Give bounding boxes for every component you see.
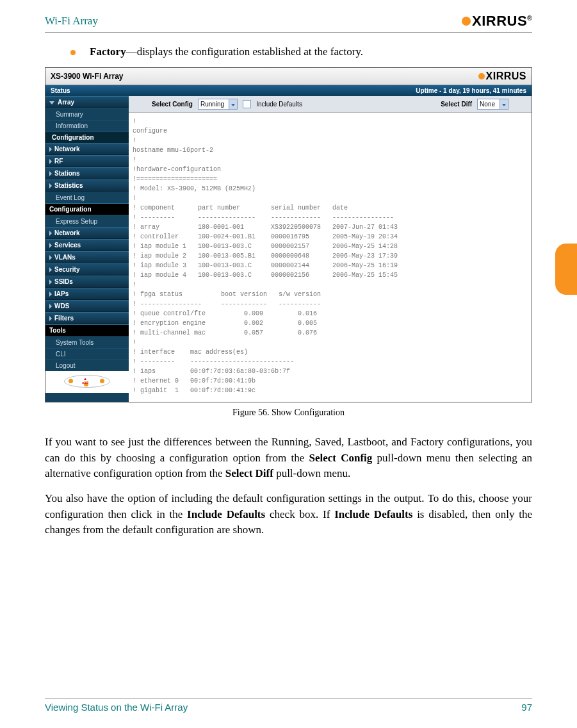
- sidebar-express-setup[interactable]: Express Setup: [45, 215, 129, 227]
- screenshot-figure: XS-3900 Wi-Fi Array XIRRUS Status Uptime…: [45, 67, 532, 402]
- bullet-content: Factory—displays the configuration estab…: [90, 46, 363, 58]
- sidebar-cli[interactable]: CLI: [45, 348, 129, 360]
- config-output: ! configure ! hostname mmu-16port-2 ! !h…: [129, 113, 532, 402]
- logo-text-mini: XIRRUS: [486, 70, 526, 82]
- main-panel: Select Config Running Include Defaults S…: [129, 96, 532, 402]
- titlebar-logo: XIRRUS: [478, 70, 526, 82]
- logo-dot-icon: [478, 73, 485, 79]
- sidebar-network[interactable]: Network: [45, 143, 129, 155]
- select-config-label: Select Config: [152, 101, 193, 108]
- sidebar-logout[interactable]: Logout: [45, 360, 129, 371]
- logo-text: XIRRUS®: [472, 13, 532, 29]
- sidebar-statistics[interactable]: Statistics: [45, 179, 129, 192]
- sidebar-event-log[interactable]: Event Log: [45, 192, 129, 203]
- bullet-rest: —displays the configuration established …: [126, 46, 363, 58]
- sidebar-configuration[interactable]: Configuration: [45, 131, 129, 143]
- header-left-text: Wi-Fi Array: [45, 15, 98, 28]
- select-diff-label: Select Diff: [441, 101, 472, 108]
- logo-dot-icon: [462, 17, 471, 26]
- body-paragraph-1: If you want to see just the differences …: [45, 434, 532, 482]
- screenshot-titlebar: XS-3900 Wi-Fi Array XIRRUS: [45, 68, 532, 85]
- sidebar-security[interactable]: Security: [45, 263, 129, 276]
- include-defaults-checkbox[interactable]: [243, 100, 251, 108]
- uptime-label: Uptime - 1 day, 19 hours, 41 minutes: [416, 87, 526, 94]
- sidebar-ssids[interactable]: SSIDs: [45, 276, 129, 288]
- sidebar-services[interactable]: Services: [45, 239, 129, 251]
- side-tab-decoration: [555, 244, 577, 295]
- include-defaults-label: Include Defaults: [256, 101, 302, 108]
- status-row: Status Uptime - 1 day, 19 hours, 41 minu…: [45, 85, 532, 96]
- sidebar-array-graphic: ▲a12: [45, 371, 129, 393]
- bullet-factory: Factory—displays the configuration estab…: [70, 46, 532, 58]
- sidebar-rf[interactable]: RF: [45, 155, 129, 167]
- chevron-down-icon: [231, 104, 235, 106]
- status-label: Status: [51, 87, 70, 94]
- figure-caption: Figure 56. Show Configuration: [45, 408, 532, 418]
- sidebar-system-tools[interactable]: System Tools: [45, 336, 129, 348]
- sidebar-array[interactable]: Array: [45, 96, 129, 108]
- sidebar-tools-section: Tools: [45, 324, 129, 336]
- sidebar-stations[interactable]: Stations: [45, 167, 129, 179]
- sidebar-vlans[interactable]: VLANs: [45, 251, 129, 263]
- select-diff-dropdown[interactable]: None: [477, 99, 508, 110]
- sidebar-summary[interactable]: Summary: [45, 108, 129, 120]
- bullet-bold: Factory: [90, 46, 126, 58]
- page-header: Wi-Fi Array XIRRUS®: [45, 13, 532, 33]
- bullet-dot-icon: [70, 50, 76, 55]
- select-config-dropdown[interactable]: Running: [198, 99, 238, 110]
- chevron-down-icon: [502, 104, 506, 106]
- config-toolbar: Select Config Running Include Defaults S…: [129, 96, 532, 113]
- window-title: XS-3900 Wi-Fi Array: [51, 72, 124, 81]
- sidebar-network2[interactable]: Network: [45, 227, 129, 239]
- sidebar-config-section: Configuration: [45, 203, 129, 215]
- page-number: 97: [521, 702, 532, 713]
- sidebar-information[interactable]: Information: [45, 120, 129, 131]
- sidebar-wds[interactable]: WDS: [45, 300, 129, 312]
- xirrus-logo: XIRRUS®: [462, 13, 532, 29]
- body-paragraph-2: You also have the option of including th…: [45, 491, 532, 538]
- sidebar-nav: Array Summary Information Configuration …: [45, 96, 129, 402]
- page-footer: Viewing Status on the Wi-Fi Array 97: [45, 698, 532, 713]
- sidebar-iaps[interactable]: IAPs: [45, 288, 129, 300]
- footer-left: Viewing Status on the Wi-Fi Array: [45, 702, 188, 713]
- sidebar-filters[interactable]: Filters: [45, 312, 129, 324]
